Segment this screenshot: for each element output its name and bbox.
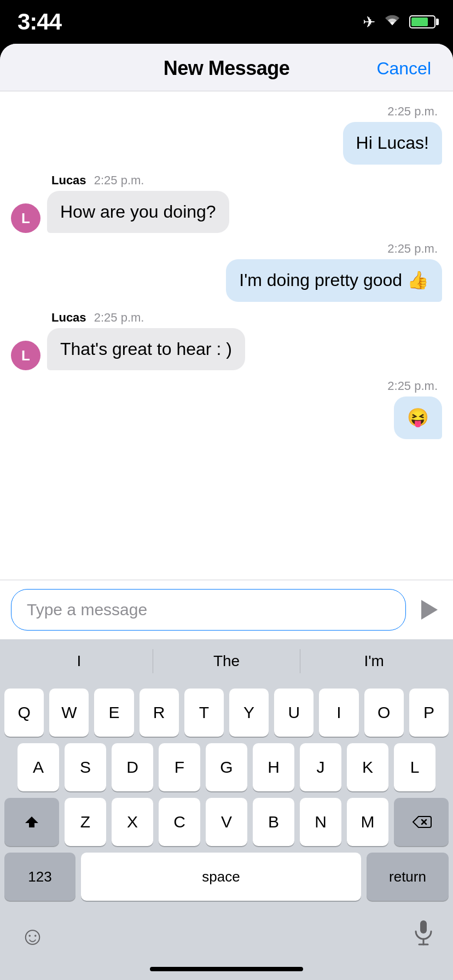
key-S[interactable]: S bbox=[65, 743, 106, 791]
message-bubble: I'm doing pretty good 👍 bbox=[226, 259, 442, 302]
sender-name: Lucas bbox=[51, 173, 86, 187]
key-R[interactable]: R bbox=[140, 689, 179, 737]
key-T[interactable]: T bbox=[184, 689, 224, 737]
svg-rect-0 bbox=[420, 920, 427, 934]
keyboard: I The I'm Q W E R T Y U I O P A bbox=[0, 639, 453, 980]
send-button[interactable] bbox=[415, 596, 442, 624]
numbers-key[interactable]: 123 bbox=[4, 853, 76, 901]
key-J[interactable]: J bbox=[300, 743, 341, 791]
message-bubble: How are you doing? bbox=[47, 191, 229, 234]
home-indicator bbox=[150, 967, 303, 971]
avatar: L bbox=[11, 341, 40, 370]
emoji-icon[interactable]: ☺ bbox=[20, 921, 45, 950]
key-E[interactable]: E bbox=[94, 689, 133, 737]
message-time: 2:25 p.m. bbox=[94, 311, 144, 324]
avatar: L bbox=[11, 203, 40, 233]
keys-section: Q W E R T Y U I O P A S D F G H J K bbox=[0, 683, 453, 911]
autocomplete-bar: I The I'm bbox=[0, 639, 453, 683]
return-key[interactable]: return bbox=[367, 853, 449, 901]
autocomplete-item-1[interactable]: I bbox=[5, 639, 153, 683]
wifi-icon bbox=[383, 13, 402, 31]
chat-header: New Message Cancel bbox=[0, 44, 453, 91]
key-X[interactable]: X bbox=[112, 798, 153, 846]
key-K[interactable]: K bbox=[347, 743, 388, 791]
page-title: New Message bbox=[164, 57, 290, 80]
message-bubble: That's great to hear : ) bbox=[47, 328, 245, 371]
key-B[interactable]: B bbox=[253, 798, 294, 846]
key-W[interactable]: W bbox=[49, 689, 89, 737]
key-row-2: A S D F G H J K L bbox=[4, 743, 449, 791]
key-row-4: 123 space return bbox=[4, 853, 449, 901]
send-icon bbox=[421, 600, 438, 620]
key-H[interactable]: H bbox=[253, 743, 294, 791]
key-U[interactable]: U bbox=[274, 689, 313, 737]
message-meta: Lucas 2:25 p.m. bbox=[47, 311, 148, 325]
key-M[interactable]: M bbox=[347, 798, 388, 846]
chat-wrapper: New Message Cancel 2:25 p.m. Hi Lucas! L… bbox=[0, 44, 453, 980]
table-row: 2:25 p.m. I'm doing pretty good 👍 bbox=[11, 242, 442, 302]
key-Q[interactable]: Q bbox=[4, 689, 44, 737]
key-D[interactable]: D bbox=[112, 743, 153, 791]
autocomplete-item-2[interactable]: The bbox=[153, 639, 300, 683]
cancel-button[interactable]: Cancel bbox=[376, 59, 431, 79]
message-time: 2:25 p.m. bbox=[383, 104, 442, 119]
home-indicator-wrapper bbox=[0, 962, 453, 980]
table-row: L Lucas 2:25 p.m. That's great to hear :… bbox=[11, 311, 442, 371]
key-L[interactable]: L bbox=[394, 743, 435, 791]
status-icons: ✈ bbox=[363, 13, 435, 31]
key-N[interactable]: N bbox=[300, 798, 341, 846]
messages-area: 2:25 p.m. Hi Lucas! L Lucas 2:25 p.m. Ho… bbox=[0, 91, 453, 580]
message-time: 2:25 p.m. bbox=[383, 379, 442, 393]
space-key[interactable]: space bbox=[81, 853, 361, 901]
table-row: 2:25 p.m. 😝 bbox=[11, 379, 442, 439]
shift-key[interactable] bbox=[4, 798, 59, 846]
received-message-container: Lucas 2:25 p.m. How are you doing? bbox=[47, 173, 229, 234]
key-O[interactable]: O bbox=[364, 689, 404, 737]
key-G[interactable]: G bbox=[206, 743, 247, 791]
table-row: L Lucas 2:25 p.m. How are you doing? bbox=[11, 173, 442, 234]
sent-message-container: 2:25 p.m. I'm doing pretty good 👍 bbox=[226, 242, 442, 302]
received-message-container: Lucas 2:25 p.m. That's great to hear : ) bbox=[47, 311, 245, 371]
sent-message-container: 2:25 p.m. 😝 bbox=[383, 379, 442, 439]
message-time: 2:25 p.m. bbox=[383, 242, 442, 256]
table-row: 2:25 p.m. Hi Lucas! bbox=[11, 104, 442, 165]
key-F[interactable]: F bbox=[159, 743, 200, 791]
message-bubble: 😝 bbox=[394, 396, 442, 439]
status-time: 3:44 bbox=[18, 9, 61, 35]
microphone-icon[interactable] bbox=[414, 919, 433, 952]
status-bar: 3:44 ✈ bbox=[0, 0, 453, 44]
key-I[interactable]: I bbox=[319, 689, 358, 737]
message-input[interactable] bbox=[11, 589, 406, 631]
key-P[interactable]: P bbox=[409, 689, 449, 737]
airplane-icon: ✈ bbox=[363, 13, 375, 31]
key-row-1: Q W E R T Y U I O P bbox=[4, 689, 449, 737]
input-area bbox=[0, 580, 453, 639]
key-Z[interactable]: Z bbox=[65, 798, 106, 846]
key-V[interactable]: V bbox=[206, 798, 247, 846]
key-row-3: Z X C V B N M bbox=[4, 798, 449, 846]
sender-name: Lucas bbox=[51, 311, 86, 324]
battery-icon bbox=[409, 15, 435, 28]
message-time: 2:25 p.m. bbox=[94, 173, 144, 187]
key-C[interactable]: C bbox=[159, 798, 200, 846]
autocomplete-item-3[interactable]: I'm bbox=[300, 639, 448, 683]
delete-key[interactable] bbox=[394, 798, 449, 846]
key-A[interactable]: A bbox=[18, 743, 59, 791]
key-Y[interactable]: Y bbox=[229, 689, 269, 737]
sent-message-container: 2:25 p.m. Hi Lucas! bbox=[343, 104, 442, 165]
keyboard-bottom-bar: ☺ bbox=[0, 911, 453, 962]
message-meta: Lucas 2:25 p.m. bbox=[47, 173, 148, 188]
message-bubble: Hi Lucas! bbox=[343, 122, 442, 165]
